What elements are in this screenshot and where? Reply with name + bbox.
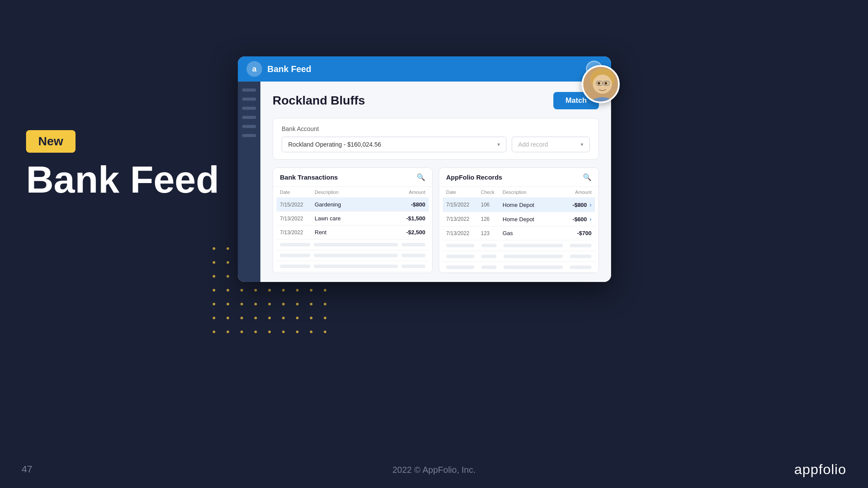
table-row[interactable]: 7/13/2022 123 Gas -$700 — [443, 226, 595, 240]
sidebar-nav-item-2 — [242, 98, 256, 101]
decorative-dot — [240, 289, 243, 291]
search-icon[interactable]: 🔍 — [417, 173, 425, 181]
decorative-dot — [296, 317, 299, 319]
chevron-down-icon-2: ▾ — [581, 141, 583, 147]
decorative-dot — [282, 331, 285, 333]
decorative-dot — [296, 289, 299, 291]
cell-description: Gas — [503, 230, 561, 236]
search-icon-2[interactable]: 🔍 — [583, 173, 592, 181]
row-arrow-icon: › — [589, 201, 592, 208]
appfolio-logo-icon: a — [247, 61, 262, 77]
cell-description: Home Depot — [503, 216, 556, 223]
chevron-down-icon: ▾ — [497, 141, 500, 147]
col-header-amount: Amount — [395, 190, 425, 195]
decorative-dot — [213, 303, 215, 305]
cell-check: 106 — [481, 202, 503, 208]
sidebar-nav-item-5 — [242, 125, 256, 128]
bank-transactions-title: Bank Transactions — [280, 174, 338, 181]
decorative-dot — [227, 247, 229, 250]
decorative-dot — [296, 303, 299, 305]
decorative-dot — [268, 303, 271, 305]
blur-row — [276, 250, 429, 261]
appfolio-records-panel: AppFolio Records 🔍 Date Check Descriptio… — [439, 167, 599, 273]
modal-title: Bank Feed — [267, 64, 581, 74]
account-dropdown[interactable]: Rockland Operating - $160,024.56 ▾ — [282, 137, 506, 152]
add-record-dropdown[interactable]: Add record ▾ — [512, 137, 590, 152]
cell-date: 7/13/2022 — [446, 216, 481, 222]
cell-amount: -$800 — [395, 201, 425, 208]
main-heading: Bank Feed — [26, 160, 219, 199]
decorative-dot — [227, 261, 229, 264]
two-panel-section: Bank Transactions 🔍 Date Description Amo… — [273, 167, 599, 273]
decorative-dot — [324, 289, 326, 291]
decorative-dot — [254, 303, 257, 305]
modal-sidebar — [238, 82, 260, 282]
col-header-date: Date — [280, 190, 315, 195]
sidebar-nav-item-1 — [242, 88, 256, 92]
table-row[interactable]: 7/13/2022 Rent -$2,500 — [276, 226, 429, 239]
new-badge: New — [26, 130, 76, 153]
decorative-dot — [282, 303, 285, 305]
decorative-dot — [282, 289, 285, 291]
table-row[interactable]: 7/15/2022 106 Home Depot -$800 › — [443, 198, 595, 212]
decorative-dot — [254, 289, 257, 291]
table-row[interactable]: 7/15/2022 Gardening -$800 — [276, 198, 429, 212]
page-header: Rockland Bluffs Match — [273, 92, 599, 109]
decorative-dot — [227, 317, 229, 319]
cell-amount: -$2,500 — [395, 229, 425, 236]
table-row[interactable]: 7/13/2022 Lawn care -$1,500 — [276, 212, 429, 226]
decorative-dot — [324, 331, 326, 333]
appfolio-records-table: Date Check Description Amount 7/15/2022 … — [439, 187, 598, 273]
blur-row — [443, 251, 595, 262]
decorative-dot — [213, 331, 215, 333]
bank-transactions-table: Date Description Amount 7/15/2022 Garden… — [273, 187, 432, 272]
page-title: Rockland Bluffs — [273, 94, 365, 108]
bank-account-section: Bank Account Rockland Operating - $160,0… — [273, 118, 599, 160]
sidebar-nav-item-3 — [242, 107, 256, 110]
cell-date: 7/15/2022 — [280, 202, 315, 208]
account-dropdown-value: Rockland Operating - $160,024.56 — [288, 141, 381, 148]
blur-row — [276, 239, 429, 250]
cell-check: 123 — [481, 230, 503, 236]
blur-row — [443, 262, 595, 273]
add-record-placeholder: Add record — [518, 141, 548, 148]
decorative-dot — [324, 317, 326, 319]
decorative-dot — [254, 317, 257, 319]
decorative-dot — [254, 331, 257, 333]
cell-description: Rent — [315, 229, 395, 236]
table-row[interactable]: 7/13/2022 126 Home Depot -$600 › — [443, 212, 595, 226]
decorative-dot — [296, 331, 299, 333]
bank-transactions-header: Bank Transactions 🔍 — [273, 168, 432, 187]
bank-transactions-col-headers: Date Description Amount — [276, 187, 429, 198]
decorative-dot — [227, 303, 229, 305]
decorative-dot — [213, 275, 215, 278]
decorative-dot — [227, 289, 229, 291]
blur-row — [276, 261, 429, 272]
appfolio-records-col-headers: Date Check Description Amount — [443, 187, 595, 198]
floating-user-avatar — [582, 65, 620, 103]
decorative-dot — [213, 317, 215, 319]
appfolio-logo: appfolio — [794, 462, 846, 478]
decorative-dot — [227, 275, 229, 278]
appfolio-records-title: AppFolio Records — [446, 174, 502, 181]
bank-transactions-panel: Bank Transactions 🔍 Date Description Amo… — [273, 167, 433, 273]
cell-amount: -$1,500 — [395, 215, 425, 222]
decorative-dot — [268, 331, 271, 333]
appfolio-records-header: AppFolio Records 🔍 — [439, 168, 598, 187]
cell-check: 126 — [481, 216, 503, 222]
decorative-dot — [268, 289, 271, 291]
modal-header: a Bank Feed — [238, 56, 611, 82]
decorative-dot — [310, 317, 312, 319]
svg-point-3 — [598, 82, 600, 85]
cell-description: Lawn care — [315, 215, 395, 222]
col-header-description: Description — [315, 190, 395, 195]
svg-point-4 — [605, 82, 607, 85]
sidebar-nav-item-4 — [242, 116, 256, 119]
blur-row — [443, 240, 595, 251]
row-arrow-icon: › — [589, 216, 592, 223]
cell-date: 7/15/2022 — [446, 202, 481, 208]
col-header-date: Date — [446, 190, 481, 195]
decorative-dot — [213, 247, 215, 250]
decorative-dot — [310, 303, 312, 305]
slide-number: 47 — [22, 464, 32, 475]
